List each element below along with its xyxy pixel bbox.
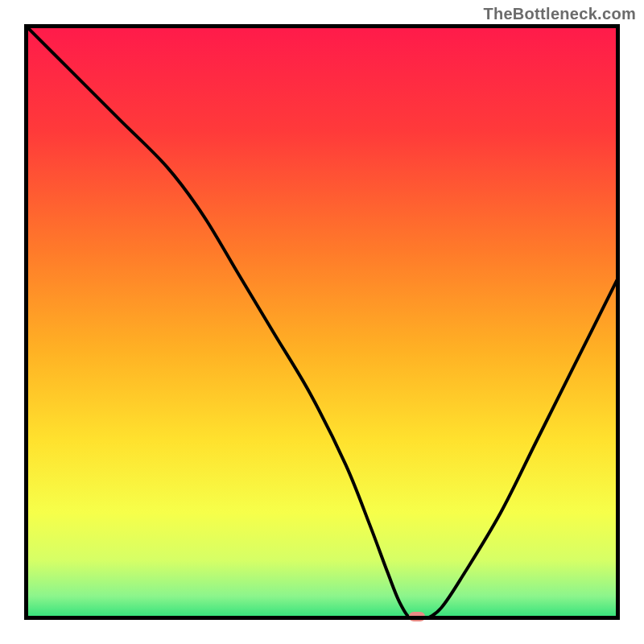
plot-area bbox=[24, 24, 620, 620]
optimal-point-marker bbox=[409, 612, 425, 621]
bottleneck-curve bbox=[24, 24, 620, 620]
chart-container: TheBottleneck.com bbox=[0, 0, 644, 644]
watermark-text: TheBottleneck.com bbox=[483, 5, 636, 23]
